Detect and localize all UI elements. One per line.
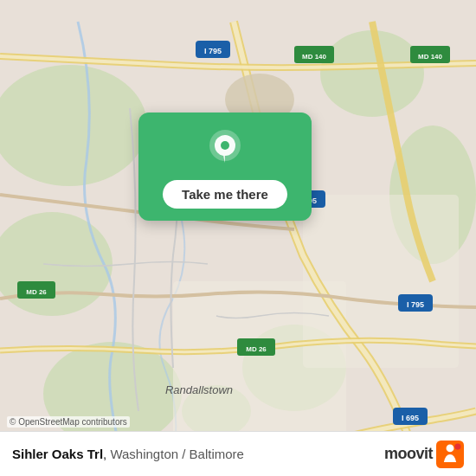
location-text: Sihler Oaks Trl, Washington / Baltimore — [12, 447, 244, 461]
location-name: Sihler Oaks Trl — [12, 447, 103, 461]
svg-point-34 — [454, 443, 460, 449]
svg-text:I 795: I 795 — [204, 47, 222, 55]
svg-text:Randallstown: Randallstown — [165, 383, 233, 396]
moovit-text: moovit — [384, 445, 433, 463]
svg-text:MD 140: MD 140 — [302, 53, 327, 61]
svg-text:I 695: I 695 — [402, 414, 419, 422]
svg-text:I 795: I 795 — [407, 300, 424, 309]
location-region: Washington / Baltimore — [110, 447, 244, 461]
location-pin-icon — [204, 128, 246, 170]
moovit-logo: moovit — [384, 441, 464, 468]
svg-point-33 — [447, 444, 454, 452]
svg-point-4 — [320, 30, 424, 117]
svg-text:MD 140: MD 140 — [418, 53, 443, 61]
take-me-there-button[interactable]: Take me there — [163, 180, 287, 209]
map-container: I 795 I 795 I 795 MD 140 MD 140 MD 26 MD… — [0, 0, 476, 476]
svg-point-31 — [221, 141, 229, 150]
svg-text:MD 26: MD 26 — [26, 288, 47, 296]
map-svg: I 795 I 795 I 795 MD 140 MD 140 MD 26 MD… — [0, 0, 476, 476]
moovit-icon — [436, 441, 464, 468]
svg-text:MD 26: MD 26 — [246, 345, 267, 353]
copyright-notice: © OpenStreetMap contributors — [7, 416, 130, 428]
action-card[interactable]: Take me there — [138, 113, 312, 221]
info-bar: Sihler Oaks Trl, Washington / Baltimore … — [0, 431, 476, 476]
